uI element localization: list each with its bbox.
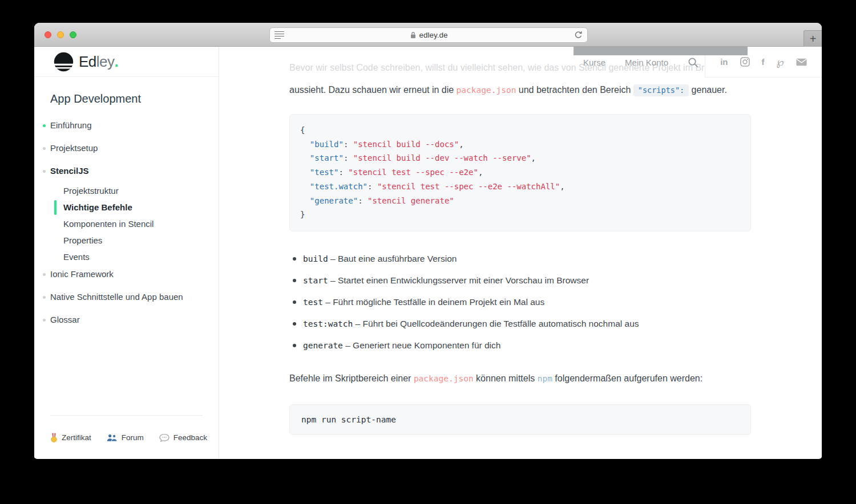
command-item-test-watch: test:watch – Führt bei Quellcodeänderung…: [293, 318, 751, 330]
sidebar-item-wichtige-befehle[interactable]: Wichtige Befehle: [34, 202, 219, 213]
feedback-link[interactable]: Feedback: [159, 433, 207, 442]
reload-icon[interactable]: [574, 31, 583, 39]
sidebar-item-properties[interactable]: Properties: [34, 235, 219, 246]
inline-code-package-json: package.json: [457, 86, 516, 95]
minimize-window-button[interactable]: [57, 31, 64, 38]
inline-code-scripts-chip: "scripts":: [633, 84, 689, 96]
sidebar-item-projektsetup[interactable]: Projektsetup: [34, 143, 219, 153]
reader-mode-icon[interactable]: [274, 31, 284, 39]
course-sidebar: Edley. App Development EinführungProjekt…: [34, 47, 219, 458]
url-text: edley.de: [419, 31, 447, 39]
pinterest-icon[interactable]: ℘: [777, 55, 784, 68]
page-viewport: Kurse Mein Konto in f ℘: [34, 47, 822, 458]
scrolled-content-remnant: [574, 47, 748, 55]
code-line: "start": "stencil build --dev --watch --…: [300, 151, 740, 165]
outro-paragraph: Befehle im Skriptbereich einer package.j…: [289, 373, 751, 384]
npm-run-command: npm run script-name: [301, 415, 396, 424]
search-icon[interactable]: [688, 57, 698, 68]
linkedin-icon[interactable]: in: [720, 58, 728, 66]
lock-icon: [410, 31, 416, 39]
package-json-code-block: { "build": "stencil build --docs", "star…: [289, 114, 751, 231]
command-item-generate: generate – Generiert neue Komponenten fü…: [293, 340, 751, 351]
inline-code-npm: npm: [538, 374, 552, 383]
command-item-test: test – Führt mögliche Testfälle in deine…: [293, 296, 751, 308]
inline-code-package-json-2: package.json: [414, 374, 474, 383]
command-item-build: build – Baut eine ausführbare Version: [293, 253, 751, 265]
instagram-icon[interactable]: [740, 57, 750, 67]
facebook-icon[interactable]: f: [762, 58, 765, 66]
sidebar-item-komponenten-in-stencil[interactable]: Komponenten in Stencil: [34, 219, 219, 229]
zoom-window-button[interactable]: [70, 31, 76, 38]
course-nav-list: EinführungProjektsetupStencilJSProjektst…: [34, 120, 219, 325]
nav-link-kurse[interactable]: Kurse: [583, 58, 605, 67]
certificate-label: Zertifikat: [62, 433, 91, 442]
speech-bubble-icon: [159, 433, 169, 442]
feedback-label: Feedback: [173, 433, 207, 442]
site-logo[interactable]: Edley.: [34, 47, 219, 77]
sidebar-item-glossar[interactable]: Glossar: [34, 315, 219, 325]
address-bar[interactable]: edley.de: [269, 27, 588, 43]
npm-run-code-block: npm run script-name: [289, 404, 751, 435]
commands-list: build – Baut eine ausführbare Versionsta…: [289, 253, 751, 351]
browser-toolbar: edley.de +: [34, 23, 822, 47]
edley-logo-text: Edley.: [79, 53, 118, 71]
sidebar-footer: Zertifikat Forum: [50, 415, 203, 458]
sidebar-item-ionic-framework[interactable]: Ionic Framework: [34, 269, 219, 279]
sidebar-item-native-schnittstelle-und-app-bauen[interactable]: Native Schnittstelle und App bauen: [34, 292, 219, 302]
code-line: "generate": "stencil generate": [300, 194, 740, 208]
sidebar-item-stenciljs[interactable]: StencilJS: [34, 166, 219, 176]
window-controls: [45, 31, 76, 38]
intro-paragraph: aussieht. Dazu schauen wir erneut in die…: [289, 84, 751, 96]
sidebar-item-projektstruktur[interactable]: Projektstruktur: [34, 186, 219, 196]
course-title: App Development: [50, 92, 219, 105]
code-line: "test.watch": "stencil test --spec --e2e…: [300, 180, 740, 194]
code-line: }: [300, 208, 740, 222]
medal-icon: [50, 433, 58, 443]
forum-link[interactable]: Forum: [107, 433, 144, 442]
desktop-background: edley.de + Kurse Mein Konto: [0, 0, 856, 504]
nav-link-mein-konto[interactable]: Mein Konto: [625, 58, 668, 67]
browser-window: edley.de + Kurse Mein Konto: [34, 23, 822, 459]
sidebar-item-einf-hrung[interactable]: Einführung: [34, 120, 219, 131]
certificate-link[interactable]: Zertifikat: [50, 433, 91, 443]
code-line: "build": "stencil build --docs",: [300, 137, 740, 152]
edley-logo-icon: [54, 52, 74, 72]
close-window-button[interactable]: [45, 31, 51, 38]
sidebar-item-events[interactable]: Events: [34, 252, 219, 262]
email-icon[interactable]: [796, 58, 807, 66]
forum-label: Forum: [122, 433, 144, 442]
lesson-content: Bevor wir selbst Code schreiben, willst …: [219, 47, 822, 458]
code-line: "test": "stencil test --spec --e2e",: [300, 165, 740, 180]
code-line: {: [300, 123, 740, 137]
people-icon: [107, 434, 118, 442]
command-item-start: start – Startet einen Entwicklungsserver…: [293, 275, 751, 286]
new-tab-button[interactable]: +: [803, 30, 822, 47]
